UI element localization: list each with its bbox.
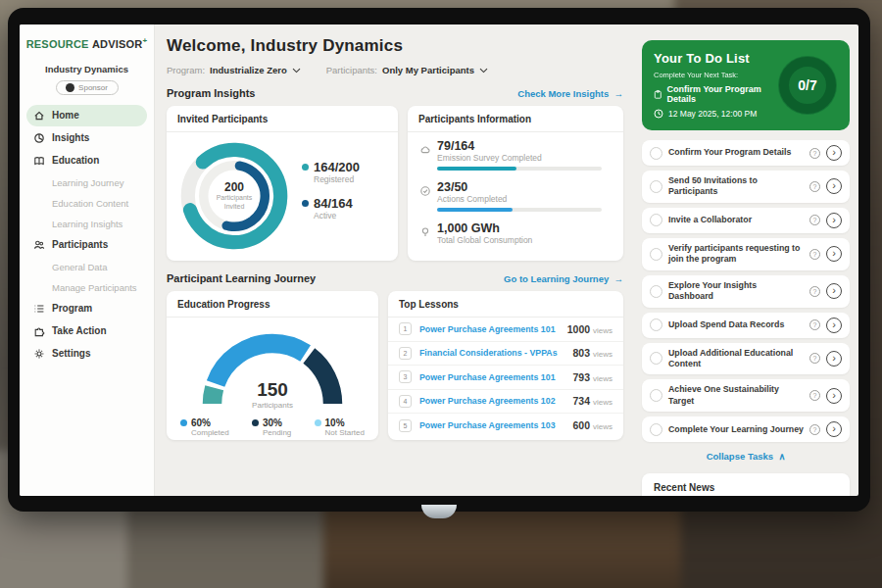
chevron-right-icon[interactable]: › <box>826 351 842 367</box>
education-icon <box>33 155 45 167</box>
sidebar-item-home[interactable]: Home <box>26 105 147 126</box>
task-row-send-invitations[interactable]: Send 50 Invitations to Participants ? › <box>642 171 850 203</box>
legend-registered: 164/200 Registered <box>302 160 360 184</box>
chevron-down-icon <box>292 68 301 74</box>
todo-progress-ring: 0/7 <box>775 53 840 118</box>
sidebar-item-program[interactable]: Program <box>26 298 147 319</box>
lesson-link[interactable]: Power Purchase Agreements 102 <box>419 396 573 406</box>
active-dot-icon <box>302 200 309 207</box>
chevron-right-icon[interactable]: › <box>826 283 842 299</box>
completed-dot-icon <box>180 419 187 426</box>
task-row-upload-educational-content[interactable]: Upload Additional Educational Content ? … <box>642 343 850 375</box>
lesson-row: 5 Power Purchase Agreements 103 600 view… <box>388 414 623 438</box>
chevron-right-icon[interactable]: › <box>826 318 842 333</box>
task-row-explore-insights[interactable]: Explore Your Insights Dashboard ? › <box>642 275 850 308</box>
lesson-row: 2 Financial Considerations - VPPAs 803 v… <box>388 342 623 367</box>
chevron-right-icon[interactable]: › <box>826 145 842 161</box>
app-window: RESOURCE ADVISOR+ Industry Dynamics Spon… <box>20 24 858 496</box>
invited-participants-card: Invited Participants 200 Partic <box>167 106 398 261</box>
recent-news-title: Recent News <box>642 473 850 496</box>
lesson-link[interactable]: Power Purchase Agreements 101 <box>419 324 567 334</box>
filters: Program: Industrialize Zero Participants… <box>167 65 623 75</box>
lesson-row: 1 Power Purchase Agreements 101 1000 vie… <box>388 318 623 342</box>
sidebar-item-learning-journey[interactable]: Learning Journey <box>26 172 147 193</box>
sidebar-item-take-action[interactable]: Take Action <box>26 320 147 342</box>
go-to-learning-journey-link[interactable]: Go to Learning Journey → <box>504 273 623 284</box>
recent-news-card: Recent News <box>642 473 850 496</box>
sponsor-badge: Sponsor <box>56 80 119 95</box>
sidebar-item-participants[interactable]: Participants <box>26 234 147 256</box>
task-checkbox[interactable] <box>650 147 662 160</box>
task-checkbox[interactable] <box>650 285 662 298</box>
lesson-row: 3 Power Purchase Agreements 101 793 view… <box>388 366 623 390</box>
task-checkbox[interactable] <box>650 423 662 436</box>
participants-icon <box>33 239 45 251</box>
todo-panel: Your To Do List Complete Your Next Task:… <box>633 24 858 496</box>
sponsor-icon <box>66 83 74 92</box>
sidebar-item-insights[interactable]: Insights <box>26 127 147 149</box>
main-content: Welcome, Industry Dynamics Program: Indu… <box>155 24 633 496</box>
chevron-right-icon[interactable]: › <box>826 388 842 404</box>
sidebar-item-education[interactable]: Education <box>26 150 147 172</box>
sidebar-item-general-data[interactable]: General Data <box>26 257 147 277</box>
emission-survey-row: 79/164 Emission Survey Completed <box>408 132 623 173</box>
task-checkbox[interactable] <box>650 248 662 261</box>
help-icon[interactable]: ? <box>809 390 820 401</box>
task-row-invite-collaborator[interactable]: Invite a Collaborator ? › <box>642 208 850 233</box>
task-list: Confirm Your Program Details ? › Send 50… <box>642 140 850 442</box>
task-checkbox[interactable] <box>650 318 662 331</box>
chevron-right-icon[interactable]: › <box>826 421 842 437</box>
task-checkbox[interactable] <box>650 389 662 402</box>
sidebar-item-learning-insights[interactable]: Learning Insights <box>26 214 147 234</box>
task-checkbox[interactable] <box>650 180 662 193</box>
help-icon[interactable]: ? <box>809 424 820 435</box>
page-title: Welcome, Industry Dynamics <box>167 36 623 56</box>
task-row-achieve-sustainability-target[interactable]: Achieve One Sustainability Target ? › <box>642 379 850 412</box>
participants-filter[interactable]: Participants: Only My Participants <box>326 65 488 75</box>
lesson-link[interactable]: Financial Considerations - VPPAs <box>419 348 573 358</box>
rank-badge: 5 <box>399 419 412 432</box>
consumption-row: 1,000 GWh Total Global Consumption <box>408 215 623 249</box>
not-started-dot-icon <box>315 419 321 426</box>
help-icon[interactable]: ? <box>809 215 820 225</box>
help-icon[interactable]: ? <box>809 181 820 192</box>
help-icon[interactable]: ? <box>809 148 820 159</box>
emission-progress-bar <box>437 167 602 171</box>
sidebar-item-education-content[interactable]: Education Content <box>26 193 147 214</box>
legend-active: 84/164 Active <box>302 196 360 220</box>
rank-badge: 1 <box>399 322 412 335</box>
task-row-upload-spend-data[interactable]: Upload Spend Data Records ? › <box>642 313 850 338</box>
program-filter[interactable]: Program: Industrialize Zero <box>167 65 301 75</box>
emission-survey-icon <box>419 144 431 156</box>
help-icon[interactable]: ? <box>809 353 820 364</box>
task-checkbox[interactable] <box>650 214 662 226</box>
education-progress-card: Education Progress 150 Participants <box>167 291 378 440</box>
consumption-icon <box>419 226 431 238</box>
sidebar: RESOURCE ADVISOR+ Industry Dynamics Spon… <box>20 24 155 496</box>
section-title-program-insights: Program Insights <box>167 87 255 99</box>
chevron-right-icon[interactable]: › <box>826 246 842 262</box>
sidebar-item-settings[interactable]: Settings <box>26 343 147 365</box>
top-lessons-card: Top Lessons 1 Power Purchase Agreements … <box>388 291 623 440</box>
sidebar-nav: Home Insights Education Learning Journey… <box>20 105 154 365</box>
task-row-confirm-program[interactable]: Confirm Your Program Details ? › <box>642 140 850 166</box>
lesson-link[interactable]: Power Purchase Agreements 103 <box>419 420 573 430</box>
lesson-link[interactable]: Power Purchase Agreements 101 <box>419 372 573 382</box>
help-icon[interactable]: ? <box>809 286 820 297</box>
task-checkbox[interactable] <box>650 352 662 365</box>
app-logo: RESOURCE ADVISOR+ <box>20 36 154 50</box>
check-more-insights-link[interactable]: Check More Insights → <box>517 88 623 99</box>
settings-icon <box>33 348 45 360</box>
org-name: Industry Dynamics <box>20 64 154 74</box>
chevron-right-icon[interactable]: › <box>826 213 842 228</box>
help-icon[interactable]: ? <box>809 319 820 330</box>
arrow-right-icon: → <box>614 88 624 99</box>
chevron-right-icon[interactable]: › <box>826 178 842 194</box>
task-row-complete-learning-journey[interactable]: Complete Your Learning Journey ? › <box>642 416 850 442</box>
help-icon[interactable]: ? <box>809 249 820 260</box>
sidebar-item-manage-participants[interactable]: Manage Participants <box>26 277 147 298</box>
collapse-tasks-link[interactable]: Collapse Tasks ∧ <box>642 447 850 467</box>
participants-information-card: Participants Information 79/164 Emission… <box>408 106 623 261</box>
card-title: Participants Information <box>408 106 623 132</box>
task-row-verify-participants[interactable]: Verify participants requesting to join t… <box>642 238 850 270</box>
